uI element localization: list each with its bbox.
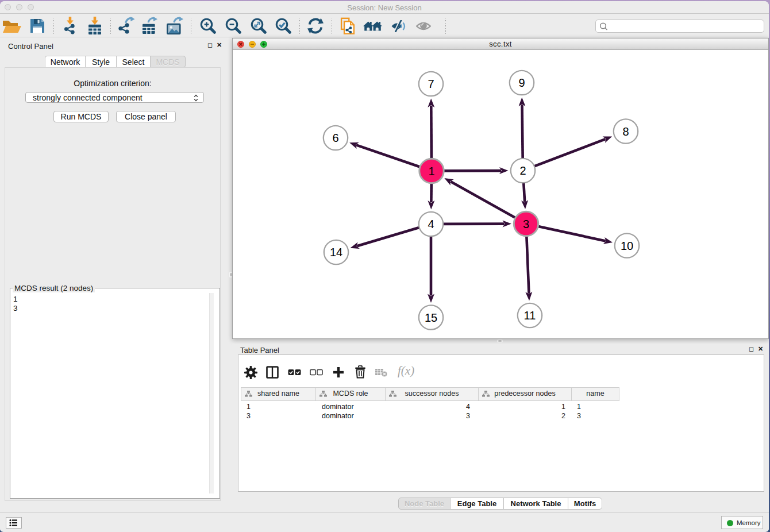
svg-text:15: 15 [425, 311, 437, 324]
svg-text:8: 8 [622, 125, 629, 138]
svg-text:6: 6 [332, 132, 338, 144]
svg-text:3: 3 [523, 218, 529, 230]
svg-text:10: 10 [621, 240, 633, 252]
svg-text:9: 9 [518, 76, 525, 89]
svg-text:4: 4 [428, 218, 434, 230]
svg-text:2: 2 [519, 164, 526, 177]
svg-text:11: 11 [524, 309, 536, 322]
svg-text:7: 7 [428, 78, 434, 90]
svg-text:1: 1 [428, 165, 434, 178]
svg-text:14: 14 [330, 246, 342, 259]
